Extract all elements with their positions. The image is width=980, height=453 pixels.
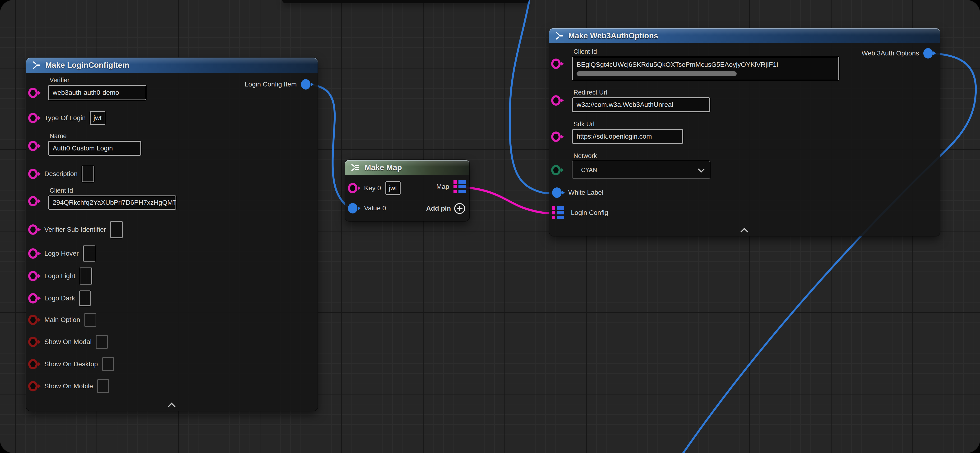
login-config-pin[interactable] — [552, 206, 564, 219]
show-on-modal-checkbox[interactable] — [96, 335, 108, 349]
logo-dark-pin[interactable] — [28, 293, 38, 304]
client-id-pin-label: Client Id — [573, 48, 597, 55]
key0-input[interactable]: jwt — [385, 181, 401, 195]
verifier-value: web3auth-auth0-demo — [52, 89, 119, 97]
value0-pin[interactable] — [348, 203, 358, 214]
logo-light-label: Logo Light — [45, 272, 75, 280]
key0-pin[interactable] — [348, 183, 358, 193]
wire-top-to-white-label[interactable] — [510, 0, 556, 193]
name-input[interactable]: Auth0 Custom Login — [48, 141, 141, 156]
logo-hover-input[interactable] — [83, 246, 95, 261]
type-of-login-row: Type Of Login jwt — [28, 111, 105, 125]
show-on-modal-pin[interactable] — [28, 337, 38, 347]
value0-row: Value 0 — [348, 203, 386, 214]
add-pin-row[interactable]: Add pin — [426, 203, 465, 214]
description-row: Description — [28, 166, 94, 182]
logo-hover-row: Logo Hover — [28, 246, 95, 261]
logo-dark-label: Logo Dark — [45, 295, 75, 302]
client-id-input[interactable]: BEglQSgt4cUWcj6SKRdu5QkOXTsePmMcusG5EAoy… — [572, 57, 839, 80]
node-header[interactable]: Make LoginConfigItem — [26, 57, 318, 73]
value0-label: Value 0 — [364, 204, 386, 212]
graph-canvas[interactable]: Make LoginConfigItem Login Config Item V… — [0, 0, 980, 453]
map-output-row: Map — [436, 180, 466, 193]
show-on-mobile-row: Show On Mobile — [28, 379, 109, 393]
sdk-url-pin[interactable] — [551, 131, 561, 142]
collapse-chevron-icon[interactable] — [741, 228, 748, 233]
make-struct-icon — [555, 31, 564, 41]
map-output-label: Map — [436, 183, 449, 190]
map-output-pin[interactable] — [453, 180, 466, 193]
client-id-value: BEglQSgt4cUWcj6SKRdu5QkOXTsePmMcusG5EAoy… — [577, 61, 778, 68]
login-config-row: Login Config — [552, 206, 608, 219]
output-row: Login Config Item — [245, 79, 314, 90]
node-header[interactable]: Make Web3AuthOptions — [549, 28, 940, 43]
clipped-node-top-edge[interactable] — [282, 0, 529, 3]
collapse-chevron-icon[interactable] — [169, 403, 175, 407]
sdk-url-input[interactable]: https://sdk.openlogin.com — [572, 129, 683, 144]
redirect-url-input[interactable]: w3a://com.w3a.Web3AuthUnreal — [572, 97, 710, 112]
verifier-sub-identifier-pin[interactable] — [28, 224, 38, 235]
verifier-pin[interactable] — [28, 88, 38, 98]
logo-dark-input[interactable] — [79, 290, 91, 306]
node-header[interactable]: Make Map — [345, 160, 469, 175]
logo-dark-row: Logo Dark — [28, 290, 91, 306]
type-of-login-pin[interactable] — [28, 113, 38, 123]
verifier-sub-identifier-label: Verifier Sub Identifier — [45, 226, 106, 233]
add-pin-icon[interactable] — [454, 203, 465, 214]
show-on-mobile-checkbox[interactable] — [97, 379, 109, 393]
type-of-login-input[interactable]: jwt — [90, 111, 105, 125]
node-make-login-config-item[interactable]: Make LoginConfigItem Login Config Item V… — [26, 57, 318, 411]
client-id-pin[interactable] — [551, 59, 561, 69]
login-config-item-output-pin[interactable] — [301, 79, 310, 90]
web3auth-options-output-pin[interactable] — [923, 48, 933, 59]
name-pin[interactable] — [28, 141, 38, 151]
client-id-scrollbar[interactable] — [577, 71, 737, 76]
wire-map-to-login-config[interactable] — [463, 187, 557, 213]
main-option-row: Main Option — [28, 313, 96, 327]
main-option-label: Main Option — [45, 316, 80, 324]
node-make-web3auth-options[interactable]: Make Web3AuthOptions Web 3Auth Options C… — [549, 28, 940, 236]
main-option-pin[interactable] — [28, 315, 38, 325]
verifier-pin-label: Verifier — [49, 76, 70, 84]
sdk-url-pin-label: Sdk Url — [573, 120, 595, 128]
redirect-url-value: w3a://com.w3a.Web3AuthUnreal — [577, 101, 673, 109]
add-pin-label: Add pin — [426, 205, 451, 212]
white-label-row: White Label — [552, 187, 603, 198]
white-label-label: White Label — [568, 189, 603, 196]
verifier-sub-identifier-input[interactable] — [110, 221, 123, 238]
logo-hover-pin[interactable] — [28, 248, 38, 259]
show-on-desktop-pin[interactable] — [28, 359, 38, 369]
redirect-url-pin[interactable] — [551, 95, 561, 106]
verifier-input[interactable]: web3auth-auth0-demo — [48, 85, 146, 100]
node-make-map[interactable]: Make Map Key 0 jwt Map Value 0 Ad — [345, 160, 469, 221]
node-title: Make Web3AuthOptions — [568, 31, 658, 40]
make-struct-icon — [32, 60, 41, 70]
network-dropdown[interactable]: CYAN — [572, 161, 710, 179]
name-pin-label: Name — [49, 132, 67, 140]
white-label-pin[interactable] — [552, 187, 562, 198]
key0-value: jwt — [389, 184, 397, 192]
network-pin[interactable] — [551, 165, 561, 175]
show-on-mobile-label: Show On Mobile — [45, 382, 93, 390]
client-id-input[interactable]: 294QRkchfq2YaXUbPri7D6PH7xzHgQMT — [48, 195, 176, 210]
show-on-mobile-pin[interactable] — [28, 381, 38, 391]
logo-light-pin[interactable] — [28, 271, 38, 281]
network-pin-label: Network — [573, 152, 597, 160]
client-id-pin[interactable] — [28, 196, 38, 206]
client-id-value: 294QRkchfq2YaXUbPri7D6PH7xzHgQMT — [52, 199, 176, 206]
logo-light-row: Logo Light — [28, 268, 92, 285]
key0-label: Key 0 — [364, 184, 381, 192]
name-value: Auth0 Custom Login — [52, 144, 113, 152]
description-input[interactable] — [82, 166, 94, 182]
main-option-checkbox[interactable] — [84, 313, 96, 327]
output-row: Web 3Auth Options — [862, 48, 935, 59]
logo-light-input[interactable] — [80, 268, 92, 285]
key0-row: Key 0 jwt — [348, 181, 401, 195]
show-on-desktop-checkbox[interactable] — [102, 357, 114, 371]
sdk-url-value: https://sdk.openlogin.com — [577, 133, 652, 140]
type-of-login-value: jwt — [94, 114, 102, 122]
description-pin[interactable] — [28, 169, 38, 179]
logo-hover-label: Logo Hover — [45, 250, 79, 257]
dropdown-chevron-icon — [698, 166, 705, 173]
web3auth-options-output-label: Web 3Auth Options — [862, 49, 919, 57]
